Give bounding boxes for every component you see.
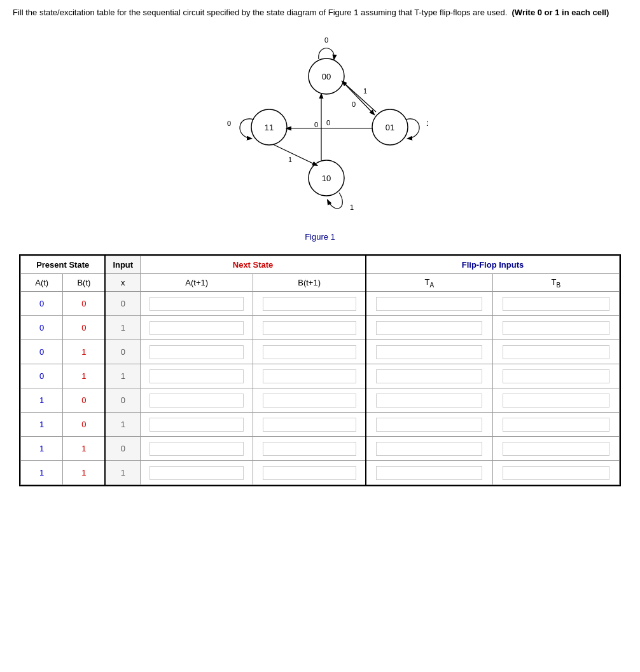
svg-line-14 [342,81,376,112]
cell-tb-5[interactable] [492,413,619,437]
svg-text:0: 0 [352,100,356,108]
cell-next-a-2[interactable] [141,340,253,364]
cell-ta-4[interactable] [366,388,492,413]
cell-next-a-1[interactable] [141,316,253,340]
excitation-table: Present State Input Next State Flip-Flop… [19,254,621,487]
cell-present-b-4: 0 [63,388,105,413]
cell-next-b-5[interactable] [253,413,366,437]
table-header-row-2: A(t) B(t) x A(t+1) B(t+1) TA TB [21,273,620,292]
table-row: 011 [21,364,620,388]
cell-next-a-4[interactable] [141,388,253,413]
cell-ta-6[interactable] [366,437,492,461]
table-row: 000 [21,292,620,316]
cell-input-x-6: 0 [105,437,140,461]
cell-next-b-0[interactable] [253,292,366,316]
ta-subscript: A [429,281,434,288]
cell-present-a-5: 1 [21,413,63,437]
cell-tb-1[interactable] [492,316,619,340]
svg-text:11: 11 [265,123,274,132]
svg-text:00: 00 [322,72,331,81]
input-header: Input [105,256,140,273]
svg-text:0: 0 [324,36,328,44]
instruction-text: Fill the state/excitation table for the … [13,6,627,19]
table-row: 001 [21,316,620,340]
cell-tb-0[interactable] [492,292,619,316]
svg-text:1: 1 [363,87,367,95]
table-row: 101 [21,413,620,437]
cell-input-x-0: 0 [105,292,140,316]
cell-ta-7[interactable] [366,461,492,485]
cell-tb-4[interactable] [492,388,619,413]
cell-next-a-5[interactable] [141,413,253,437]
col-bt1-header: B(t+1) [253,273,366,292]
svg-line-18 [273,144,317,165]
instruction-emphasis: (Write 0 or 1 in each cell) [512,8,609,17]
col-at1-header: A(t+1) [141,273,253,292]
cell-present-a-2: 0 [21,340,63,364]
cell-tb-3[interactable] [492,364,619,388]
cell-next-b-3[interactable] [253,364,366,388]
cell-next-b-1[interactable] [253,316,366,340]
cell-present-b-1: 0 [63,316,105,340]
cell-ta-1[interactable] [366,316,492,340]
cell-present-b-2: 1 [63,340,105,364]
cell-tb-2[interactable] [492,340,619,364]
table-header-row-1: Present State Input Next State Flip-Flop… [21,256,620,273]
cell-present-a-6: 1 [21,437,63,461]
cell-input-x-4: 0 [105,388,140,413]
diagram-area: 00 0 01 1 10 1 11 0 1 0 [13,25,627,229]
cell-next-a-0[interactable] [141,292,253,316]
svg-text:01: 01 [386,123,394,132]
col-x-header: x [105,273,140,292]
col-ta-header: TA [366,273,492,292]
present-state-header: Present State [21,256,106,273]
cell-next-a-7[interactable] [141,461,253,485]
svg-text:1: 1 [288,156,292,163]
col-tb-header: TB [492,273,619,292]
cell-input-x-7: 1 [105,461,140,485]
col-bt-header: B(t) [63,273,105,292]
cell-ta-5[interactable] [366,413,492,437]
figure-label: Figure 1 [13,232,627,242]
cell-next-a-3[interactable] [141,364,253,388]
table-row: 010 [21,340,620,364]
svg-text:10: 10 [322,174,331,183]
cell-ta-3[interactable] [366,364,492,388]
cell-next-b-2[interactable] [253,340,366,364]
cell-present-a-0: 0 [21,292,63,316]
cell-input-x-5: 1 [105,413,140,437]
cell-tb-6[interactable] [492,437,619,461]
cell-input-x-2: 0 [105,340,140,364]
cell-present-a-4: 1 [21,388,63,413]
svg-text:0: 0 [314,121,318,128]
table-row: 111 [21,461,620,485]
cell-present-a-7: 1 [21,461,63,485]
cell-present-b-3: 1 [63,364,105,388]
svg-text:0: 0 [326,119,330,127]
cell-next-b-7[interactable] [253,461,366,485]
cell-present-b-0: 0 [63,292,105,316]
cell-ta-0[interactable] [366,292,492,316]
table-row: 100 [21,388,620,413]
table-row: 110 [21,437,620,461]
cell-next-b-4[interactable] [253,388,366,413]
cell-input-x-1: 1 [105,316,140,340]
cell-present-b-7: 1 [63,461,105,485]
col-at-header: A(t) [21,273,63,292]
svg-text:0: 0 [227,120,231,127]
cell-next-a-6[interactable] [141,437,253,461]
cell-present-a-3: 0 [21,364,63,388]
cell-present-b-5: 0 [63,413,105,437]
cell-next-b-6[interactable] [253,437,366,461]
svg-text:1: 1 [426,120,428,127]
cell-present-a-1: 0 [21,316,63,340]
cell-present-b-6: 1 [63,437,105,461]
tb-subscript: B [556,281,560,288]
ff-inputs-header: Flip-Flop Inputs [366,256,620,273]
cell-tb-7[interactable] [492,461,619,485]
next-state-header: Next State [141,256,366,273]
cell-ta-2[interactable] [366,340,492,364]
state-diagram: 00 0 01 1 10 1 11 0 1 0 [212,25,428,229]
svg-text:1: 1 [350,203,354,211]
cell-input-x-3: 1 [105,364,140,388]
